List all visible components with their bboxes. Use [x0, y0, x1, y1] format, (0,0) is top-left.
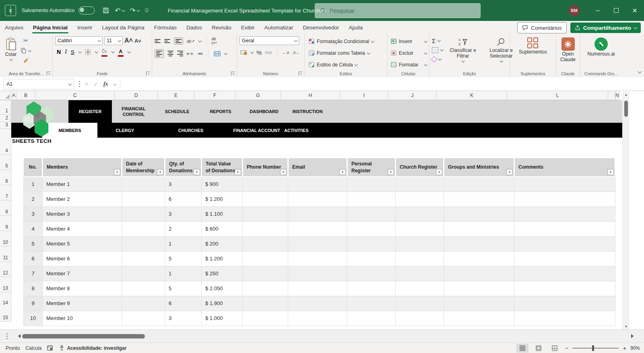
ribbon-tab[interactable]: Página Inicial: [28, 21, 72, 34]
cell-groups[interactable]: [444, 206, 514, 221]
cell-groups[interactable]: [444, 281, 514, 296]
cell-date[interactable]: [122, 296, 165, 311]
zoom-slider[interactable]: [572, 348, 619, 349]
search-input[interactable]: Pesquisar: [315, 3, 481, 18]
view-normal-button[interactable]: [516, 344, 528, 353]
cell-total[interactable]: $ 1.200: [202, 192, 243, 206]
ribbon-tab[interactable]: Fórmulas: [149, 21, 182, 34]
font-color-button[interactable]: A: [118, 47, 124, 57]
open-claude-button[interactable]: Open Claude: [559, 36, 577, 64]
workbook-nav-tab[interactable]: REPORTS: [199, 100, 242, 123]
format-as-table-button[interactable]: Formatar como Tabela: [309, 48, 385, 58]
addins-button[interactable]: Suplementos: [516, 36, 549, 56]
cell-groups[interactable]: [444, 177, 514, 192]
cell-church[interactable]: [396, 236, 444, 251]
decrease-indent-button[interactable]: ⇤≡: [187, 51, 193, 56]
filter-button[interactable]: ▼: [114, 169, 120, 175]
format-painter-button[interactable]: [21, 57, 31, 63]
row-header[interactable]: 14: [0, 292, 11, 306]
cell-phone[interactable]: [243, 281, 288, 296]
row-header[interactable]: 5: [0, 155, 11, 170]
maximize-button[interactable]: [607, 0, 625, 21]
cell-qty[interactable]: 3: [165, 311, 202, 326]
ribbon-tab[interactable]: Arquivo: [0, 21, 28, 34]
cell-total[interactable]: $ 250: [202, 266, 243, 281]
column-header[interactable]: I: [340, 91, 388, 100]
row-header[interactable]: 8: [0, 200, 11, 216]
filter-button[interactable]: ▼: [339, 169, 346, 175]
cell-total[interactable]: $ 1.100: [202, 206, 243, 221]
document-title[interactable]: Financial Management Excel Spreadsheet T…: [168, 8, 332, 14]
cell-personal[interactable]: [347, 221, 396, 236]
align-middle-button[interactable]: [164, 39, 170, 43]
cell-church[interactable]: [396, 192, 444, 206]
delete-cells-button[interactable]: Excluir: [391, 48, 427, 58]
column-header[interactable]: H: [281, 91, 340, 100]
col-groups[interactable]: Groups and Ministries▼: [444, 158, 514, 177]
cell-no[interactable]: 3: [24, 206, 43, 221]
cell-qty[interactable]: 5: [165, 281, 202, 296]
save-button[interactable]: [103, 7, 109, 14]
ribbon-tab[interactable]: Revisão: [207, 21, 236, 34]
share-button[interactable]: Compartilhamento: [570, 23, 641, 33]
cell-date[interactable]: [122, 192, 165, 206]
column-header[interactable]: D: [115, 91, 158, 100]
scrollbar-handle-icon[interactable]: [6, 336, 8, 337]
cell-no[interactable]: 7: [24, 266, 43, 281]
cell-comments[interactable]: [514, 192, 615, 206]
cell-date[interactable]: [122, 311, 165, 326]
align-center-button[interactable]: [167, 51, 173, 56]
cut-button[interactable]: ✂: [21, 37, 31, 44]
cell-email[interactable]: [288, 281, 347, 296]
zoom-level[interactable]: 90%: [630, 345, 640, 351]
alignment-dialog-launcher[interactable]: ↘: [231, 72, 235, 76]
quick-access-overflow-button[interactable]: [145, 9, 149, 12]
ribbon-tab[interactable]: Automatizar: [260, 21, 298, 34]
cell-church[interactable]: [396, 251, 444, 266]
cell-member[interactable]: Member 7: [43, 266, 122, 281]
percent-button[interactable]: %: [256, 49, 262, 56]
ribbon-tab[interactable]: Exibir: [236, 21, 260, 34]
cell-total[interactable]: $ 900: [202, 177, 243, 192]
cell-personal[interactable]: [347, 236, 396, 251]
cell-email[interactable]: [288, 206, 347, 221]
col-total[interactable]: Total Value of Donations▼: [202, 158, 243, 177]
cell-church[interactable]: [396, 177, 444, 192]
workbook-nav-tab[interactable]: DASHBOARD: [242, 100, 286, 123]
cell-member[interactable]: Member 6: [43, 251, 122, 266]
col-members[interactable]: Members▼: [43, 158, 122, 177]
column-header[interactable]: L: [507, 91, 608, 100]
conditional-formatting-button[interactable]: Formatação Condicional: [309, 36, 385, 46]
cell-member[interactable]: Member 8: [43, 281, 122, 296]
increase-indent-button[interactable]: ⇥≡: [197, 51, 203, 56]
ribbon-tab[interactable]: Dados: [182, 21, 207, 34]
cell-comments[interactable]: [514, 206, 615, 221]
number-format-select[interactable]: Geral: [239, 36, 299, 45]
align-left-button[interactable]: [155, 49, 164, 58]
status-calc[interactable]: Calcula: [25, 345, 41, 351]
align-right-button[interactable]: [177, 51, 183, 56]
workbook-nav-tab[interactable]: FINANCIAL CONTROL: [112, 100, 155, 123]
cell-groups[interactable]: [444, 192, 514, 206]
cell-member[interactable]: Member 2: [43, 192, 122, 206]
cell-qty[interactable]: 3: [165, 206, 202, 221]
view-page-break-button[interactable]: [549, 344, 561, 353]
paste-button[interactable]: Colar: [2, 36, 19, 63]
filter-button[interactable]: ▼: [388, 169, 394, 175]
cell-total[interactable]: $ 1.200: [202, 251, 243, 266]
row-header[interactable]: 12: [0, 262, 11, 277]
cell-qty[interactable]: 6: [165, 192, 202, 206]
cell-styles-button[interactable]: Estilos de Célula: [309, 60, 385, 70]
cell-qty[interactable]: 1: [165, 266, 202, 281]
autosave-toggle[interactable]: [78, 6, 95, 14]
align-bottom-button[interactable]: [174, 37, 183, 45]
col-no[interactable]: No.: [24, 158, 43, 177]
column-header[interactable]: B: [17, 91, 35, 100]
column-header[interactable]: E: [158, 91, 194, 100]
cell-phone[interactable]: [243, 206, 288, 221]
workbook-nav-tab[interactable]: INSTRUCTION: [286, 100, 329, 123]
insert-cells-button[interactable]: Inserir: [391, 36, 427, 46]
horizontal-scrollbar[interactable]: [0, 329, 644, 343]
cell-church[interactable]: [396, 281, 444, 296]
formula-input[interactable]: [120, 79, 644, 89]
